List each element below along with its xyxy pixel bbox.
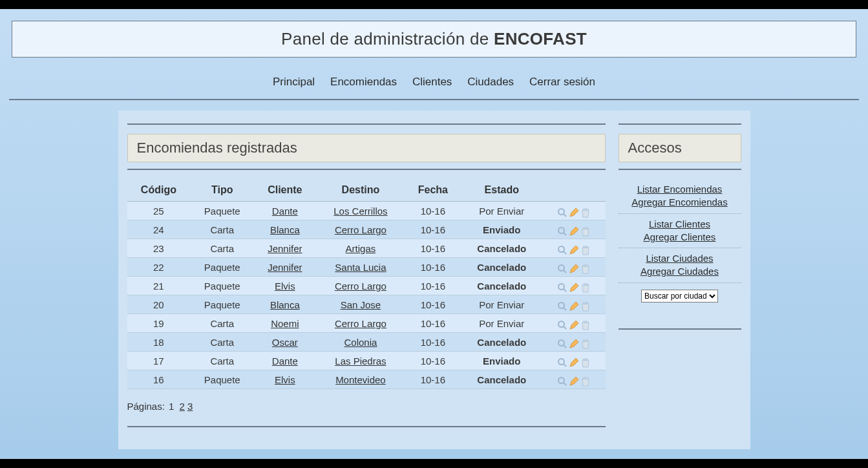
sidebar-group: Listar ClientesAgregar Clientes bbox=[619, 214, 741, 249]
view-icon[interactable] bbox=[557, 337, 567, 348]
delete-icon[interactable] bbox=[580, 300, 591, 310]
client-link[interactable]: Noemi bbox=[271, 318, 299, 329]
col-fecha: Fecha bbox=[405, 179, 460, 202]
city-select[interactable]: Buscar por ciudad bbox=[641, 290, 718, 303]
view-icon[interactable] bbox=[557, 281, 567, 292]
destino-link[interactable]: Cerro Largo bbox=[335, 318, 386, 329]
delete-icon[interactable] bbox=[580, 356, 591, 367]
cell-fecha: 10-16 bbox=[405, 220, 460, 239]
cell-tipo: Paquete bbox=[190, 370, 254, 389]
destino-link[interactable]: Las Piedras bbox=[335, 356, 386, 367]
edit-icon[interactable] bbox=[569, 300, 579, 310]
table-row: 17CartaDanteLas Piedras10-16Enviado bbox=[127, 352, 606, 370]
divider bbox=[619, 123, 741, 125]
view-icon[interactable] bbox=[557, 206, 567, 217]
cell-estado: Cancelado bbox=[460, 277, 543, 295]
destino-link[interactable]: Montevideo bbox=[335, 374, 386, 385]
nav-logout[interactable]: Cerrar sesión bbox=[529, 76, 595, 89]
cell-estado: Por Enviar bbox=[460, 202, 543, 220]
title-prefix: Panel de administración de bbox=[281, 29, 494, 48]
cell-estado: Cancelado bbox=[460, 333, 543, 352]
col-actions bbox=[543, 179, 605, 202]
sidebar-title: Accesos bbox=[619, 134, 741, 162]
client-link[interactable]: Jennifer bbox=[268, 262, 302, 273]
destino-link[interactable]: Cerro Largo bbox=[335, 281, 386, 292]
table-row: 23CartaJenniferArtigas10-16Cancelado bbox=[127, 239, 606, 258]
sidebar-add-link[interactable]: Agregar Clientes bbox=[619, 231, 741, 244]
sidebar-list-link[interactable]: Listar Ciudades bbox=[619, 252, 741, 265]
edit-icon[interactable] bbox=[569, 225, 579, 235]
client-link[interactable]: Blanca bbox=[270, 224, 300, 235]
edit-icon[interactable] bbox=[569, 356, 579, 367]
destino-link[interactable]: San Jose bbox=[341, 299, 381, 310]
view-icon[interactable] bbox=[557, 225, 567, 235]
client-link[interactable]: Blanca bbox=[270, 299, 300, 310]
edit-icon[interactable] bbox=[569, 244, 579, 254]
cell-codigo: 21 bbox=[127, 277, 191, 295]
table-row: 25PaqueteDanteLos Cerrillos10-16Por Envi… bbox=[127, 202, 606, 220]
cell-estado: Cancelado bbox=[460, 239, 543, 258]
destino-link[interactable]: Cerro Largo bbox=[335, 224, 386, 235]
pager: Páginas: 1 23 bbox=[127, 401, 606, 412]
col-destino: Destino bbox=[315, 179, 405, 202]
view-icon[interactable] bbox=[557, 300, 567, 310]
delete-icon[interactable] bbox=[580, 375, 591, 385]
view-icon[interactable] bbox=[557, 319, 567, 329]
cell-tipo: Paquete bbox=[190, 295, 254, 314]
sidebar-add-link[interactable]: Agregar Encomiendas bbox=[619, 196, 741, 209]
edit-icon[interactable] bbox=[569, 375, 579, 385]
delete-icon[interactable] bbox=[580, 319, 591, 329]
cell-estado: Enviado bbox=[460, 352, 543, 370]
cell-tipo: Paquete bbox=[190, 202, 254, 220]
edit-icon[interactable] bbox=[569, 319, 579, 329]
nav-principal[interactable]: Principal bbox=[273, 76, 315, 89]
col-codigo: Código bbox=[127, 179, 191, 202]
client-link[interactable]: Elvis bbox=[275, 281, 295, 292]
delete-icon[interactable] bbox=[580, 262, 591, 273]
table-row: 16PaqueteElvisMontevideo10-16Cancelado bbox=[127, 370, 606, 389]
table-row: 24CartaBlancaCerro Largo10-16Enviado bbox=[127, 220, 606, 239]
edit-icon[interactable] bbox=[569, 281, 579, 292]
cell-fecha: 10-16 bbox=[405, 239, 460, 258]
delete-icon[interactable] bbox=[580, 206, 591, 217]
cell-fecha: 10-16 bbox=[405, 202, 460, 220]
cell-tipo: Carta bbox=[190, 333, 254, 352]
view-icon[interactable] bbox=[557, 244, 567, 254]
destino-link[interactable]: Los Cerrillos bbox=[333, 206, 387, 217]
nav-clientes[interactable]: Clientes bbox=[412, 76, 452, 89]
pager-link[interactable]: 2 bbox=[180, 401, 185, 412]
sidebar-list-link[interactable]: Listar Clientes bbox=[619, 218, 741, 231]
cell-fecha: 10-16 bbox=[405, 370, 460, 389]
page-title: Panel de administración de ENCOFAST bbox=[12, 29, 856, 49]
pager-link[interactable]: 3 bbox=[187, 401, 193, 412]
view-icon[interactable] bbox=[557, 356, 567, 367]
cell-estado: Por Enviar bbox=[460, 314, 543, 333]
edit-icon[interactable] bbox=[569, 337, 579, 348]
delete-icon[interactable] bbox=[580, 244, 591, 254]
client-link[interactable]: Elvis bbox=[275, 374, 295, 385]
encomiendas-table: Código Tipo Cliente Destino Fecha Estado… bbox=[127, 179, 606, 389]
client-link[interactable]: Oscar bbox=[272, 337, 298, 348]
edit-icon[interactable] bbox=[569, 206, 579, 217]
delete-icon[interactable] bbox=[580, 225, 591, 235]
cell-codigo: 17 bbox=[127, 352, 191, 370]
table-row: 21PaqueteElvisCerro Largo10-16Cancelado bbox=[127, 277, 606, 295]
nav-ciudades[interactable]: Ciudades bbox=[467, 76, 514, 89]
client-link[interactable]: Dante bbox=[272, 356, 298, 367]
delete-icon[interactable] bbox=[580, 337, 591, 348]
destino-link[interactable]: Santa Lucia bbox=[335, 262, 386, 273]
destino-link[interactable]: Colonia bbox=[344, 337, 377, 348]
view-icon[interactable] bbox=[557, 262, 567, 273]
client-link[interactable]: Jennifer bbox=[268, 243, 302, 254]
nav-encomiendas[interactable]: Encomiendas bbox=[330, 76, 397, 89]
view-icon[interactable] bbox=[557, 375, 567, 385]
sidebar-add-link[interactable]: Agregar Ciudades bbox=[619, 265, 741, 278]
cell-codigo: 16 bbox=[127, 370, 191, 389]
sidebar-list-link[interactable]: Listar Encomiendas bbox=[619, 183, 741, 196]
edit-icon[interactable] bbox=[569, 262, 579, 273]
client-link[interactable]: Dante bbox=[272, 206, 298, 217]
delete-icon[interactable] bbox=[580, 281, 591, 292]
destino-link[interactable]: Artigas bbox=[346, 243, 376, 254]
cell-estado: Por Enviar bbox=[460, 295, 543, 314]
cell-estado: Cancelado bbox=[460, 258, 543, 277]
